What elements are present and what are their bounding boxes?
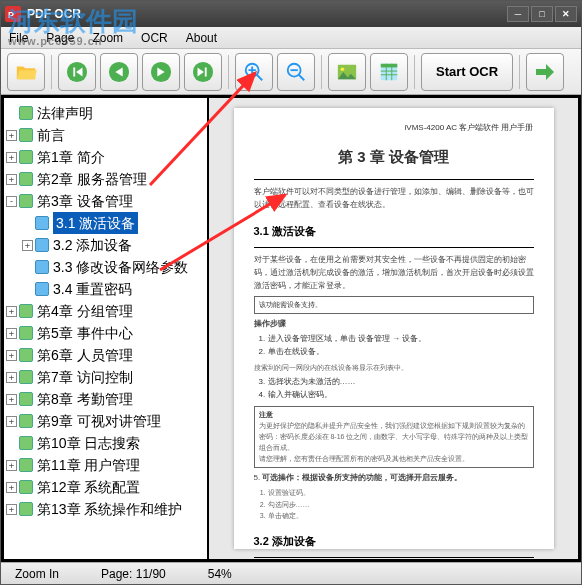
svg-rect-11 [381,63,398,67]
page-icon [19,502,33,516]
expand-toggle[interactable] [6,108,17,119]
tree-label[interactable]: 第3章 设备管理 [37,190,133,212]
tree-label[interactable]: 第2章 服务器管理 [37,168,147,190]
toolbar: Start OCR [1,49,581,95]
tree-label[interactable]: 第1章 简介 [37,146,105,168]
page-icon [19,172,33,186]
tree-node[interactable]: 3.1 激活设备 [22,212,205,234]
statusbar: Zoom In Page: 11/90 54% [1,562,581,584]
page-icon [19,348,33,362]
page-content: iVMS-4200 AC 客户端软件 用户手册 第 3 章 设备管理 客户端软件… [234,108,554,549]
page-icon [19,414,33,428]
outline-tree[interactable]: 法律声明+前言+第1章 简介+第2章 服务器管理-第3章 设备管理3.1 激活设… [4,98,209,559]
tree-label[interactable]: 第4章 分组管理 [37,300,133,322]
tree-node[interactable]: +第12章 系统配置 [6,476,205,498]
tree-node[interactable]: +第13章 系统操作和维护 [6,498,205,520]
menu-file[interactable]: File [9,31,28,45]
tree-node[interactable]: +第11章 用户管理 [6,454,205,476]
expand-toggle[interactable]: + [6,504,17,515]
tree-node[interactable]: +第8章 考勤管理 [6,388,205,410]
page-icon [19,458,33,472]
menu-about[interactable]: About [186,31,217,45]
expand-toggle[interactable] [22,262,33,273]
tree-label[interactable]: 第5章 事件中心 [37,322,133,344]
first-page-button[interactable] [58,53,96,91]
expand-toggle[interactable]: + [6,328,17,339]
export-button[interactable] [370,53,408,91]
close-button[interactable]: ✕ [555,6,577,22]
tree-node[interactable]: 3.4 重置密码 [22,278,205,300]
tree-label[interactable]: 第6章 人员管理 [37,344,133,366]
open-button[interactable] [7,53,45,91]
last-page-button[interactable] [184,53,222,91]
tree-node[interactable]: +第7章 访问控制 [6,366,205,388]
tree-node[interactable]: +3.2 添加设备 [22,234,205,256]
menubar: File Page Zoom OCR About [1,27,581,49]
menu-page[interactable]: Page [46,31,74,45]
expand-toggle[interactable]: + [6,174,17,185]
page-preview[interactable]: iVMS-4200 AC 客户端软件 用户手册 第 3 章 设备管理 客户端软件… [209,98,578,559]
expand-toggle[interactable]: - [6,196,17,207]
titlebar: P PDF OCR ─ □ ✕ [1,1,581,27]
status-hint: Zoom In [9,567,65,581]
expand-toggle[interactable]: + [22,240,33,251]
expand-toggle[interactable]: + [6,306,17,317]
tree-node[interactable]: +前言 [6,124,205,146]
expand-toggle[interactable] [22,218,33,229]
go-arrow-button[interactable] [526,53,564,91]
tree-node[interactable]: +第2章 服务器管理 [6,168,205,190]
tree-label[interactable]: 3.4 重置密码 [53,278,132,300]
app-icon: P [5,6,21,22]
status-page: Page: 11/90 [95,567,172,581]
image-button[interactable] [328,53,366,91]
menu-zoom[interactable]: Zoom [92,31,123,45]
tree-node[interactable]: 3.3 修改设备网络参数 [22,256,205,278]
tree-node[interactable]: 法律声明 [6,102,205,124]
next-page-button[interactable] [142,53,180,91]
tree-label[interactable]: 法律声明 [37,102,93,124]
tree-label[interactable]: 第9章 可视对讲管理 [37,410,161,432]
tree-node[interactable]: +第5章 事件中心 [6,322,205,344]
svg-point-9 [341,67,345,71]
maximize-button[interactable]: □ [531,6,553,22]
zoom-in-button[interactable] [235,53,273,91]
tree-node[interactable]: +第6章 人员管理 [6,344,205,366]
expand-toggle[interactable]: + [6,482,17,493]
tree-node[interactable]: -第3章 设备管理 [6,190,205,212]
expand-toggle[interactable]: + [6,130,17,141]
tree-label[interactable]: 第11章 用户管理 [37,454,140,476]
tree-label[interactable]: 3.3 修改设备网络参数 [53,256,188,278]
tree-label[interactable]: 3.1 激活设备 [53,212,138,234]
tree-node[interactable]: 第10章 日志搜索 [6,432,205,454]
tree-label[interactable]: 第7章 访问控制 [37,366,133,388]
tree-label[interactable]: 3.2 添加设备 [53,234,132,256]
tree-node[interactable]: +第1章 简介 [6,146,205,168]
expand-toggle[interactable]: + [6,394,17,405]
minimize-button[interactable]: ─ [507,6,529,22]
tree-node[interactable]: +第9章 可视对讲管理 [6,410,205,432]
expand-toggle[interactable]: + [6,372,17,383]
page-icon [35,216,49,230]
page-icon [19,392,33,406]
tree-node[interactable]: +第4章 分组管理 [6,300,205,322]
zoom-out-button[interactable] [277,53,315,91]
page-icon [19,326,33,340]
page-icon [19,194,33,208]
expand-toggle[interactable]: + [6,416,17,427]
expand-toggle[interactable]: + [6,350,17,361]
tree-label[interactable]: 第10章 日志搜索 [37,432,140,454]
tree-label[interactable]: 第13章 系统操作和维护 [37,498,182,520]
menu-ocr[interactable]: OCR [141,31,168,45]
page-icon [19,150,33,164]
page-icon [35,282,49,296]
page-icon [19,128,33,142]
tree-label[interactable]: 第8章 考勤管理 [37,388,133,410]
prev-page-button[interactable] [100,53,138,91]
expand-toggle[interactable]: + [6,152,17,163]
expand-toggle[interactable] [6,438,17,449]
tree-label[interactable]: 前言 [37,124,65,146]
tree-label[interactable]: 第12章 系统配置 [37,476,140,498]
expand-toggle[interactable] [22,284,33,295]
start-ocr-button[interactable]: Start OCR [421,53,513,91]
expand-toggle[interactable]: + [6,460,17,471]
